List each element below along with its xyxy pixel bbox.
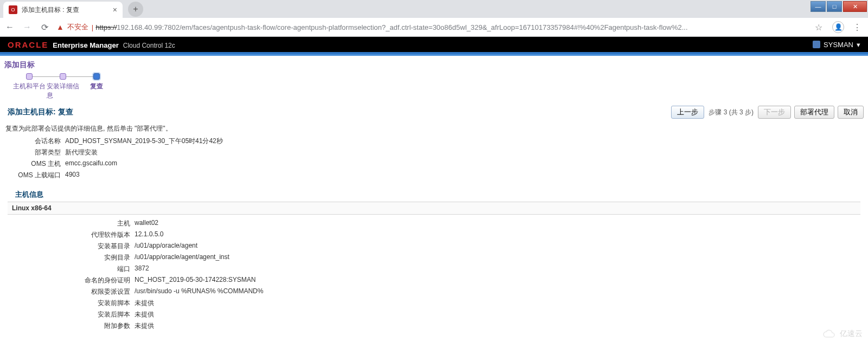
cloud-icon (822, 330, 837, 338)
wizard-buttons: 上一步 步骤 3 (共 3 步) 下一步 部署代理 取消 (671, 106, 864, 119)
user-icon (813, 41, 820, 48)
train-step-3: 复查 (80, 73, 113, 91)
insecure-label: 不安全 (67, 22, 88, 32)
chevron-down-icon: ▾ (857, 41, 860, 49)
agent-version-label: 代理软件版本 (4, 230, 135, 240)
agent-port-label: 端口 (4, 264, 135, 274)
product-name: Enterprise Manager (53, 41, 118, 49)
post-script-label: 安装后脚本 (4, 310, 135, 319)
agent-version-value: 12.1.0.5.0 (135, 230, 864, 240)
base-dir-value: /u01/app/oracle/agent (135, 242, 864, 251)
breadcrumb: 添加目标 (4, 60, 864, 70)
oms-port-value: 4903 (65, 171, 864, 180)
back-button[interactable]: 上一步 (671, 106, 704, 119)
user-menu[interactable]: SYSMAN ▾ (813, 41, 860, 49)
pre-script-value: 未提供 (135, 299, 864, 308)
platform-row: Linux x86-64 (8, 202, 860, 215)
named-cred-value: NC_HOST_2019-05-30-174228:SYSMAN (135, 276, 864, 285)
next-button: 下一步 (758, 106, 791, 119)
oms-host-value: emcc.gscaifu.com (65, 159, 864, 169)
window-close-button[interactable]: ✕ (843, 1, 867, 12)
tabs-row: O 添加主机目标 : 复查 × + — □ ✕ (0, 0, 868, 18)
window-maximize-button[interactable]: □ (827, 1, 842, 12)
post-script-value: 未提供 (135, 310, 864, 319)
window-minimize-button[interactable]: — (810, 1, 826, 12)
watermark-text: 亿速云 (840, 329, 863, 339)
session-name-label: 会话名称 (5, 137, 65, 146)
favicon-icon: O (9, 5, 17, 14)
url-path: :7802/em/faces/agentpush-task-flow/core-… (162, 23, 687, 31)
tab-title: 添加主机目标 : 复查 (22, 5, 108, 15)
train-label-1: 主机和平台 (13, 82, 46, 91)
oms-port-label: OMS 上载端口 (5, 171, 65, 180)
train-label-3: 复查 (90, 82, 103, 91)
inst-dir-label: 实例目录 (4, 253, 135, 262)
step-indicator: 步骤 3 (共 3 步) (709, 108, 754, 117)
train-label-2: 安装详细信息 (47, 82, 79, 100)
url-host: 192.168.40.99 (117, 23, 162, 31)
deploy-button[interactable]: 部署代理 (794, 106, 834, 119)
bookmark-icon[interactable]: ☆ (815, 22, 822, 33)
browser-tab[interactable]: O 添加主机目标 : 复查 × (3, 2, 123, 18)
new-tab-button[interactable]: + (128, 2, 143, 17)
url-scheme: https:// (95, 23, 117, 31)
inst-dir-value: /u01/app/oracle/agent/agent_inst (135, 253, 864, 262)
wizard-train: 主机和平台 安装详细信息 复查 (4, 73, 864, 100)
host-label: 主机 (4, 219, 135, 228)
cancel-button[interactable]: 取消 (838, 106, 864, 119)
product-edition: Cloud Control 12c (123, 42, 175, 49)
deploy-type-label: 部署类型 (5, 148, 65, 157)
base-dir-label: 安装基目录 (4, 242, 135, 251)
host-info-heading: 主机信息 (15, 190, 864, 199)
page-title: 添加主机目标: 复查 (8, 107, 73, 117)
browser-chrome: O 添加主机目标 : 复查 × + — □ ✕ ← → ⟳ ▲ 不安全 | ht… (0, 0, 868, 37)
url-row: ← → ⟳ ▲ 不安全 | https:// 192.168.40.99 :78… (0, 18, 868, 36)
session-name-value: ADD_HOST_SYSMAN_2019-5-30_下午05时41分42秒 (65, 137, 864, 146)
warning-icon: ▲ (56, 23, 64, 31)
host-details: 主机 wallet02 代理软件版本 12.1.0.5.0 安装基目录 /u01… (4, 219, 864, 331)
priv-value: /usr/bin/sudo -u %RUNAS% %COMMAND% (135, 287, 864, 296)
nav-reload-icon[interactable]: ⟳ (39, 22, 50, 33)
extra-args-value: 未提供 (135, 321, 864, 331)
url-bar[interactable]: ▲ 不安全 | https:// 192.168.40.99 :7802/em/… (56, 20, 805, 35)
oracle-logo: ORACLE (8, 40, 48, 49)
browser-menu-icon[interactable]: ⋮ (851, 22, 864, 33)
session-summary: 会话名称 ADD_HOST_SYSMAN_2019-5-30_下午05时41分4… (5, 137, 864, 180)
oms-host-label: OMS 主机 (5, 159, 65, 169)
tab-close-icon[interactable]: × (113, 5, 117, 14)
nav-forward-icon[interactable]: → (22, 22, 33, 32)
page-description: 复查为此部署会话提供的详细信息, 然后单击 "部署代理"。 (5, 124, 864, 133)
deploy-type-value: 新代理安装 (65, 148, 864, 157)
pre-script-label: 安装前脚本 (4, 299, 135, 308)
train-step-2[interactable]: 安装详细信息 (47, 73, 79, 100)
host-value: wallet02 (135, 219, 864, 228)
username: SYSMAN (824, 41, 853, 49)
train-step-1[interactable]: 主机和平台 (13, 73, 46, 91)
agent-port-value: 3872 (135, 264, 864, 274)
product-header: ORACLE Enterprise Manager Cloud Control … (0, 37, 868, 52)
named-cred-label: 命名的身份证明 (4, 276, 135, 285)
nav-back-icon[interactable]: ← (4, 22, 15, 32)
profile-icon[interactable]: 👤 (832, 21, 844, 33)
watermark: 亿速云 (822, 329, 863, 339)
priv-label: 权限委派设置 (4, 287, 135, 296)
window-controls: — □ ✕ (809, 1, 867, 12)
extra-args-label: 附加参数 (4, 321, 135, 331)
